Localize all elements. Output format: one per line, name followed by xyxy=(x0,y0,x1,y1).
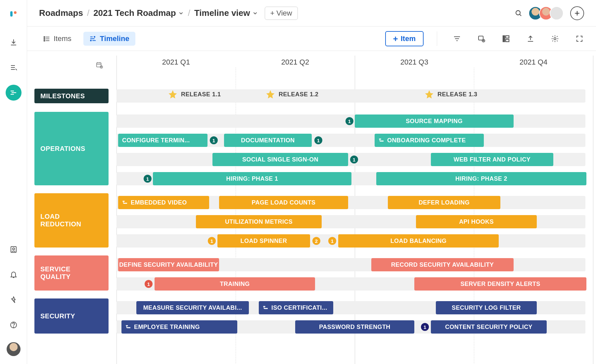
bar-label: PAGE LOAD COUNTS xyxy=(252,199,315,206)
plus-icon: + xyxy=(270,9,275,18)
badge[interactable]: 1 xyxy=(145,280,153,288)
bar-label: MEASURE SECURITY AVAILABI... xyxy=(143,304,242,311)
bar-utilization-metrics[interactable]: UTILIZATION METRICS xyxy=(196,215,322,228)
bar-measure-security[interactable]: MEASURE SECURITY AVAILABI... xyxy=(136,301,249,314)
bar-configure-terminal[interactable]: CONFIGURE TERMIN... xyxy=(118,134,207,147)
badge[interactable]: 1 xyxy=(208,237,216,245)
svg-rect-20 xyxy=(379,139,381,140)
svg-rect-21 xyxy=(380,141,384,142)
tab-items[interactable]: Items xyxy=(37,32,77,46)
bar-label: DEFINE SECURITY AVAILABILITY xyxy=(119,261,218,268)
lane-service-quality[interactable]: SERVICE QUALITY xyxy=(34,255,109,291)
bar-security-log-filter[interactable]: SECURITY LOG FILTER xyxy=(436,301,537,314)
svg-rect-24 xyxy=(263,306,265,307)
bar-define-security-availability[interactable]: DEFINE SECURITY AVAILABILITY xyxy=(118,258,219,271)
svg-rect-9 xyxy=(44,40,45,41)
bar-content-security-policy[interactable]: CONTENT SECURITY POLICY xyxy=(431,320,547,334)
bar-load-spinner[interactable]: LOAD SPINNER xyxy=(217,234,310,248)
bar-documentation[interactable]: DOCUMENTATION xyxy=(224,134,312,147)
add-item-button[interactable]: + Item xyxy=(385,31,424,46)
add-item-label: Item xyxy=(401,34,416,43)
bar-iso-certification[interactable]: ISO CERTIFICATI... xyxy=(259,301,333,314)
breadcrumb-root[interactable]: Roadmaps xyxy=(39,8,83,18)
settings-icon[interactable] xyxy=(548,32,562,45)
bar-label: EMBEDDED VIDEO xyxy=(131,199,187,206)
avatar[interactable] xyxy=(550,6,564,20)
bar-embedded-video[interactable]: EMBEDDED VIDEO xyxy=(118,196,209,209)
import-icon[interactable] xyxy=(6,34,22,50)
bar-label: EMPLOYEE TRAINING xyxy=(134,324,200,331)
bar-password-strength[interactable]: PASSWORD STRENGTH xyxy=(295,320,414,334)
bar-page-load-counts[interactable]: PAGE LOAD COUNTS xyxy=(219,196,348,209)
bar-load-balancing[interactable]: LOAD BALANCING xyxy=(338,234,499,248)
layout-icon[interactable] xyxy=(499,32,513,45)
export-icon[interactable] xyxy=(524,32,537,45)
bar-record-security-availability[interactable]: RECORD SECURITY AVAILABILITY xyxy=(371,258,514,271)
sub-items-icon xyxy=(122,200,128,205)
bar-label: CONFIGURE TERMIN... xyxy=(122,137,190,144)
bar-label: LOAD SPINNER xyxy=(241,238,287,245)
badge[interactable]: 1 xyxy=(210,136,218,144)
fullscreen-icon[interactable] xyxy=(573,32,586,45)
bar-label: SOCIAL SINGLE SIGN-ON xyxy=(242,156,318,163)
svg-rect-27 xyxy=(127,327,131,328)
bar-employee-training[interactable]: EMPLOYEE TRAINING xyxy=(121,320,237,334)
chevron-down-icon xyxy=(178,10,184,16)
chevron-down-icon xyxy=(252,10,258,16)
bar-defer-loading[interactable]: DEFER LOADING xyxy=(388,196,500,209)
badge[interactable]: 1 xyxy=(328,237,336,245)
current-user-avatar[interactable] xyxy=(7,342,21,356)
bar-server-density-alerts[interactable]: SERVER DENSITY ALERTS xyxy=(414,277,586,291)
tab-timeline[interactable]: Timeline xyxy=(83,32,135,46)
bar-social-sso[interactable]: SOCIAL SINGLE SIGN-ON xyxy=(212,153,348,166)
activity-icon[interactable] xyxy=(6,292,22,308)
help-icon[interactable] xyxy=(6,317,22,333)
bar-onboarding-complete[interactable]: ONBOARDING COMPLETE xyxy=(375,134,484,147)
bar-web-filter[interactable]: WEB FILTER AND POLICY xyxy=(431,153,553,166)
format-icon[interactable] xyxy=(475,32,488,45)
badge[interactable]: 2 xyxy=(312,237,320,245)
badge[interactable]: 1 xyxy=(345,117,353,125)
filter-icon[interactable] xyxy=(450,32,464,45)
logo-icon[interactable] xyxy=(6,6,22,22)
breadcrumb-roadmap[interactable]: 2021 Tech Roadmap xyxy=(93,8,184,18)
notifications-icon[interactable] xyxy=(6,267,22,283)
lane-load-reduction[interactable]: LOAD REDUCTION xyxy=(34,193,109,248)
milestone[interactable]: RELEASE 1.3 xyxy=(424,89,478,99)
lane-security[interactable]: SECURITY xyxy=(34,298,109,334)
bar-label: SOURCE MAPPING xyxy=(406,118,463,125)
new-view-button[interactable]: + View xyxy=(265,7,298,20)
milestone[interactable]: RELEASE 1.1 xyxy=(168,89,221,99)
bar-label: HIRING: PHASE 1 xyxy=(226,175,278,182)
roadmap-icon[interactable] xyxy=(6,85,22,101)
badge[interactable]: 1 xyxy=(421,323,429,331)
accounts-icon[interactable] xyxy=(6,242,22,257)
bar-label: LOAD BALANCING xyxy=(390,238,447,245)
bar-source-mapping[interactable]: SOURCE MAPPING xyxy=(355,114,514,128)
sub-items-icon xyxy=(379,137,385,143)
star-icon xyxy=(265,89,275,99)
milestone[interactable]: RELEASE 1.2 xyxy=(265,89,319,99)
lane-label: SECURITY xyxy=(40,312,75,320)
svg-rect-26 xyxy=(126,325,128,326)
badge[interactable]: 1 xyxy=(314,136,322,144)
lane-operations[interactable]: OPERATIONS xyxy=(34,112,109,185)
svg-point-3 xyxy=(13,248,15,250)
bar-hiring-phase-2[interactable]: HIRING: PHASE 2 xyxy=(376,172,586,185)
svg-rect-7 xyxy=(44,36,45,37)
sub-items-icon xyxy=(263,305,269,311)
svg-point-5 xyxy=(13,327,14,327)
badge[interactable]: 1 xyxy=(350,156,358,163)
tab-items-label: Items xyxy=(54,34,71,43)
tasks-icon[interactable] xyxy=(6,60,22,75)
badge[interactable]: 1 xyxy=(144,175,152,183)
bar-training[interactable]: TRAINING xyxy=(155,277,315,291)
add-user-button[interactable] xyxy=(570,6,584,20)
bar-hiring-phase-1[interactable]: HIRING: PHASE 1 xyxy=(153,172,351,185)
timeline-chart[interactable]: RELEASE 1.1 RELEASE 1.2 RELEASE 1.3 SOUR… xyxy=(110,51,596,364)
bar-api-hooks[interactable]: API HOOKS xyxy=(416,215,537,228)
breadcrumb-view[interactable]: Timeline view xyxy=(194,8,258,18)
search-icon[interactable] xyxy=(512,7,525,20)
lane-label: MILESTONES xyxy=(40,92,85,100)
lane-milestones[interactable]: MILESTONES xyxy=(34,89,109,103)
